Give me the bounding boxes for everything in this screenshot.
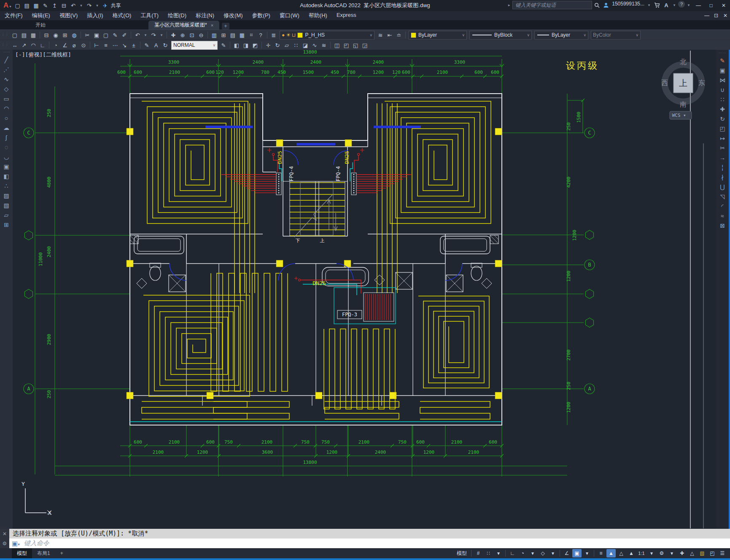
dim-radius-button[interactable]: ◔	[51, 41, 60, 49]
copy-tool-button[interactable]: ▣	[717, 65, 727, 75]
redo-drop-button[interactable]: ▾	[159, 31, 164, 39]
dim-edit-button[interactable]: ✎	[143, 41, 151, 49]
break-tool-button[interactable]: ∤	[717, 172, 727, 182]
save-file-button[interactable]: ▦	[29, 31, 38, 39]
graphics-performance-toggle[interactable]: ▧	[698, 549, 707, 557]
menu-1[interactable]: 编辑(E)	[27, 12, 55, 19]
zoom-previous-button[interactable]: ⊖	[197, 31, 205, 39]
menu-2[interactable]: 视图(V)	[55, 12, 82, 19]
isodraft-toggle[interactable]: ◇	[538, 549, 547, 557]
clean-screen-toggle[interactable]: ◰	[708, 549, 717, 557]
menu-10[interactable]: 窗口(W)	[275, 12, 304, 19]
plot-preview-button[interactable]: ◉	[51, 31, 60, 39]
isodraft-drop-icon[interactable]: ▾	[548, 549, 558, 557]
polar-tracking-drop-icon[interactable]: ▾	[528, 549, 537, 557]
doc-close-button[interactable]: ✕	[721, 12, 730, 19]
dim-baseline-button[interactable]: ≡	[102, 41, 110, 49]
view-cube[interactable]: 上北南西东WCS ▾	[661, 58, 705, 119]
command-prompt-icon[interactable]: ▣▾	[12, 540, 20, 547]
erase-tool-button[interactable]: ✎	[717, 56, 727, 65]
snap-mode-toggle[interactable]: ∷	[484, 549, 493, 557]
zoom-realtime-button[interactable]: ⊕	[178, 31, 187, 39]
menu-11[interactable]: 帮助(H)	[304, 12, 332, 19]
command-input-row[interactable]: ⚙ ▣▾ 键入命令	[0, 538, 730, 548]
app-store-cart-icon[interactable]	[653, 1, 661, 9]
calculator-button[interactable]: ⌗	[247, 31, 256, 39]
table-tool-button[interactable]: ⊞	[1, 220, 11, 229]
menu-5[interactable]: 工具(T)	[136, 12, 163, 19]
undo-drop-button[interactable]: ▾	[143, 31, 148, 39]
doc-restore-button[interactable]: ⊡	[711, 12, 721, 19]
dim-style-manager-button[interactable]: ✎	[219, 41, 228, 49]
undo-button[interactable]: ↶	[69, 1, 78, 10]
lineweight-display-toggle[interactable]: ≡	[596, 549, 606, 557]
layer-properties-button[interactable]: ≣	[269, 31, 278, 39]
redo-button[interactable]: ↷	[85, 1, 94, 10]
construction-line-tool-button[interactable]: ⋰	[1, 65, 11, 74]
open-file-button[interactable]: ▤	[20, 31, 28, 39]
web-button[interactable]: ◍	[70, 31, 78, 39]
dim-update-button[interactable]: ↻	[161, 41, 170, 49]
tool-palettes-button[interactable]: ▤	[229, 31, 237, 39]
command-close-icon[interactable]: ✕	[0, 529, 9, 538]
stretch-tool-button[interactable]: ↦	[717, 133, 727, 143]
dim-diameter-button[interactable]: ⌀	[70, 41, 78, 49]
help-drop-icon[interactable]: ▾	[686, 1, 692, 9]
save-button[interactable]: ▦	[32, 1, 40, 10]
tab-model[interactable]: 模型	[12, 548, 32, 558]
doc-minimize-button[interactable]: —	[702, 12, 711, 19]
plot-button[interactable]: ⊟	[42, 31, 51, 39]
layer-combo[interactable]: ● ☀ ⊔ P_H_HS ∨	[280, 31, 374, 40]
spline-tool-button[interactable]: ∫	[1, 132, 11, 142]
sheet-set-button[interactable]: ▦	[238, 31, 246, 39]
ellipse-arc-tool-button[interactable]: ◡	[1, 152, 11, 162]
snap-mode-drop-icon[interactable]: ▾	[494, 549, 503, 557]
export-button[interactable]: ↥	[51, 1, 59, 10]
region-tool-button[interactable]: ▱	[1, 210, 11, 220]
polar-tracking-toggle[interactable]: ◔	[518, 549, 527, 557]
share-plane-icon[interactable]: ✈	[101, 1, 110, 10]
extrude-button[interactable]: ◪	[301, 41, 310, 49]
match-properties-button[interactable]: ✎	[111, 31, 119, 39]
menu-3[interactable]: 插入(I)	[82, 12, 108, 19]
interfere-button[interactable]: ◱	[351, 41, 360, 49]
dim-ordinate-button[interactable]: ∟	[38, 41, 47, 49]
close-button[interactable]: ✕	[717, 1, 730, 10]
account-drop-icon[interactable]: ▾	[646, 1, 652, 9]
grid-display-toggle[interactable]: #	[474, 549, 483, 557]
dim-linear-button[interactable]: ↔	[11, 41, 19, 49]
dynamic-input-toggle[interactable]: ▣	[572, 549, 582, 557]
erase-doc-button[interactable]: ✐	[120, 31, 129, 39]
dim-leader-button[interactable]: ↘	[120, 41, 129, 49]
properties-button[interactable]: ▥	[210, 31, 218, 39]
dim-aligned-button[interactable]: ↗	[20, 41, 28, 49]
layer-lock-icon[interactable]: ⊔	[292, 32, 296, 38]
gradient-tool-button[interactable]: ▧	[1, 200, 11, 210]
open-file-button[interactable]: ▤	[23, 1, 31, 10]
scale-tool-button[interactable]: ◰	[717, 124, 727, 133]
array-tool-button[interactable]: ∷	[717, 94, 727, 104]
workspace-gear-toggle[interactable]: ⚙	[657, 549, 666, 557]
line-tool-button[interactable]: ╱	[1, 55, 11, 65]
drawing-canvas[interactable]: 1380033002400240024003300600600210060012…	[13, 50, 716, 529]
print-button[interactable]: ⊟	[60, 1, 68, 10]
explode-tool-button[interactable]: ⊠	[717, 221, 727, 230]
object-snap-toggle[interactable]: ▲	[606, 549, 616, 557]
3d-move-button[interactable]: ✛	[264, 41, 272, 49]
rotate-tool-button[interactable]: ↻	[717, 114, 727, 124]
redo-drop-button[interactable]: ▾	[94, 1, 100, 10]
menu-0[interactable]: 文件(F)	[0, 12, 27, 19]
circle-tool-button[interactable]: ○	[1, 113, 11, 123]
save-as-button[interactable]: ✎	[41, 1, 50, 10]
command-input[interactable]: 键入命令	[24, 539, 49, 547]
layer-isolate-button[interactable]: ≏	[395, 31, 403, 39]
3d-align-button[interactable]: ▱	[283, 41, 291, 49]
dim-arc-button[interactable]: ◠	[29, 41, 38, 49]
object-snap-tracking-toggle[interactable]: △	[617, 549, 626, 557]
linetype-combo[interactable]: ByBlock ∨	[469, 31, 532, 40]
insert-block-tool-button[interactable]: ▣	[1, 162, 11, 171]
dim-center-button[interactable]: ⊙	[79, 41, 88, 49]
tab-layout1[interactable]: 布局1	[32, 548, 55, 558]
autodesk-a-icon[interactable]: A	[662, 1, 671, 9]
loft-button[interactable]: ≋	[320, 41, 328, 49]
